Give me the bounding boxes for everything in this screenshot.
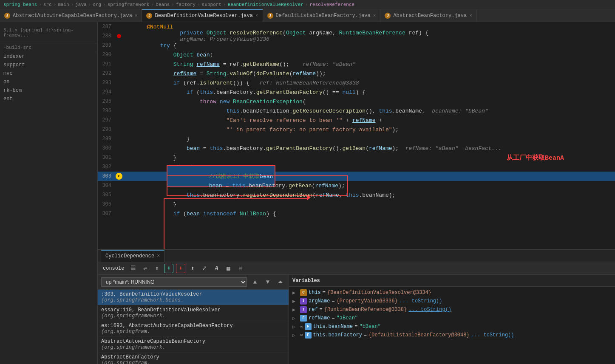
tab-abstract-autowire[interactable]: J AbstractAutowireCapableBeanFactory.jav… — [0, 9, 142, 22]
stack-frame-3[interactable]: AbstractAutowireCapableBeanFactory (org.… — [98, 337, 289, 353]
editor-area: 287 @NotNull 288 private Object resolveR… — [98, 22, 615, 364]
code-line-300: 300 bean = this.beanFactory.getParentBea… — [98, 144, 615, 153]
bottom-content: up *main*: RUNNING ▲ ▼ ⏶ :303, BeanDefin… — [98, 275, 615, 364]
java-file-icon: J — [4, 13, 10, 19]
stack-frame-4[interactable]: AbstractBeanFactory (org.springfram. — [98, 353, 289, 364]
tab-cyclic-label: CyclicDependence — [105, 253, 154, 259]
sidebar-item-indexer[interactable]: indexer — [0, 52, 97, 61]
tab-default-listable[interactable]: J DefaultListableBeanFactory.java × — [263, 9, 381, 22]
tab-label: AbstractBeanFactory.java — [393, 13, 467, 19]
var-ref[interactable]: ▶ I ref = {RuntimeBeanReference@3338} ..… — [289, 305, 615, 314]
code-line-288: 288 private Object resolveReference(Obje… — [98, 31, 615, 41]
sidebar-project-label: 5.1.x [spring] H:\spring-framew... — [0, 22, 97, 43]
debug-thread-selector: up *main*: RUNNING ▲ ▼ ⏶ — [98, 275, 289, 290]
breadcrumb: spring-beans › src › main › java › org ›… — [0, 0, 615, 9]
stack-frame-1[interactable]: essary:110, BeanDefinitionValueResolver … — [98, 305, 289, 321]
main-layout: 5.1.x [spring] H:\spring-framew... -buil… — [0, 22, 615, 364]
toolbar-up2-btn[interactable]: ⬆ — [188, 264, 197, 273]
code-line-297: 297 "Can't resolve reference to bean '" … — [98, 116, 615, 125]
sidebar-build-src: -build-src — [0, 43, 97, 52]
console-label: console — [101, 264, 126, 273]
var-argname[interactable]: ▶ I argName = {PropertyValue@3336} ... t… — [289, 297, 615, 305]
bottom-tabs: CyclicDependence × — [98, 250, 615, 262]
sidebar-item-mvc[interactable]: mvc — [0, 69, 97, 78]
close-icon[interactable]: × — [255, 13, 258, 18]
tab-label: DefaultListableBeanFactory.java — [276, 13, 371, 19]
var-refname[interactable]: ▷ F refName = "aBean" — [289, 314, 615, 322]
variables-list: ▶ C this = {BeanDefinitionValueResolver@… — [289, 287, 615, 364]
java-file-icon: J — [385, 13, 391, 19]
java-file-icon: J — [146, 13, 152, 19]
thread-filter-btn[interactable]: ⏶ — [276, 277, 285, 287]
toolbar-red-down-btn[interactable]: ⬇ — [176, 264, 185, 273]
code-line-292: 292 refName = String.valueOf(doEvaluate(… — [98, 69, 615, 78]
var-this[interactable]: ▶ C this = {BeanDefinitionValueResolver@… — [289, 288, 615, 297]
code-line-298: 298 "' in parent factory: no parent fact… — [98, 125, 615, 134]
sidebar: 5.1.x [spring] H:\spring-framew... -buil… — [0, 22, 98, 364]
code-line-289: 289 try { — [98, 41, 615, 50]
code-line-290: 290 Object bean; — [98, 50, 615, 59]
toolbar-grid-btn[interactable]: ▦ — [224, 264, 233, 273]
close-icon[interactable]: × — [373, 13, 376, 18]
variables-header: Variables — [289, 275, 615, 287]
bottom-toolbar: console ☰ ⇌ ⬆ ⬇ ⬇ ⬆ ⤢ A ▦ ≡ — [98, 262, 615, 275]
debug-left-panel: up *main*: RUNNING ▲ ▼ ⏶ :303, BeanDefin… — [98, 275, 289, 364]
stack-frame-2[interactable]: es:1693, AbstractAutowireCapableBeanFact… — [98, 321, 289, 337]
sidebar-item-rk-bom[interactable]: rk-bom — [0, 86, 97, 95]
code-line-295: 295 throw new BeanCreationException( — [98, 97, 615, 106]
close-cyclic-tab[interactable]: × — [157, 253, 160, 259]
sidebar-item-support[interactable]: support — [0, 61, 97, 69]
toolbar-up-btn[interactable]: ⬆ — [152, 264, 162, 273]
code-line-306: 306 } — [98, 200, 615, 209]
close-icon[interactable]: × — [469, 13, 472, 18]
code-line-291: 291 String refName = ref.getBeanName(); … — [98, 59, 615, 69]
thread-down-btn[interactable]: ▼ — [263, 277, 272, 287]
debug-arrow-303: ➤ — [116, 173, 122, 180]
toolbar-lines-btn[interactable]: ≡ — [235, 264, 245, 273]
toolbar-download-btn[interactable]: ⬇ — [164, 264, 173, 273]
tab-bar: J AbstractAutowireCapableBeanFactory.jav… — [0, 9, 615, 22]
debug-right-panel: Variables ▶ C this = {BeanDefinitionValu… — [289, 275, 615, 364]
thread-dropdown[interactable]: up *main*: RUNNING — [101, 277, 247, 287]
stack-frames-list: :303, BeanDefinitionValueResolver (org.s… — [98, 290, 289, 364]
code-line-294: 294 if (this.beanFactory.getParentBeanFa… — [98, 87, 615, 97]
code-line-299: 299 } — [98, 134, 615, 144]
tab-label: BeanDefinitionValueResolver.java — [155, 13, 252, 19]
toolbar-menu-btn[interactable]: ☰ — [128, 264, 138, 273]
code-line-307: 307 if (bean instanceof NullBean) { — [98, 209, 615, 218]
toolbar-a-btn[interactable]: A — [212, 264, 221, 273]
tab-bean-def-resolver[interactable]: J BeanDefinitionValueResolver.java × — [142, 9, 263, 22]
var-beanname[interactable]: ▷ ∞ F this.beanName = "bBean" — [289, 322, 615, 331]
bottom-panel: CyclicDependence × console ☰ ⇌ ⬆ ⬇ ⬇ ⬆ ⤢… — [98, 249, 615, 364]
thread-up-btn[interactable]: ▲ — [250, 277, 260, 287]
breadcrumb-project[interactable]: spring-beans — [3, 2, 37, 7]
code-line-296: 296 this.beanDefinition.getResourceDescr… — [98, 106, 615, 116]
java-file-icon: J — [267, 13, 273, 19]
sidebar-item-on[interactable]: on — [0, 78, 97, 86]
code-line-305: 305 this.beanFactory.registerDependentBe… — [98, 190, 615, 200]
toolbar-expand-btn[interactable]: ⤢ — [200, 264, 209, 273]
tab-cyclic-dependence[interactable]: CyclicDependence × — [101, 250, 164, 262]
close-icon[interactable]: × — [135, 13, 138, 18]
sidebar-item-ent[interactable]: ent — [0, 95, 97, 103]
code-line-293: 293 if (ref.isToParent()) { ref: Runtime… — [98, 78, 615, 87]
tab-abstract-bean[interactable]: J AbstractBeanFactory.java × — [380, 9, 476, 22]
tab-label: AbstractAutowireCapableBeanFactory.java — [13, 13, 132, 19]
toolbar-align-btn[interactable]: ⇌ — [140, 264, 150, 273]
code-line-304: 304 bean = this.beanFactory.getBean(refN… — [98, 181, 615, 190]
stack-frame-0[interactable]: :303, BeanDefinitionValueResolver (org.s… — [98, 290, 289, 305]
breakpoint-288[interactable] — [117, 34, 121, 38]
var-beanfactory[interactable]: ▷ ∞ F this.beanFactory = {DefaultListabl… — [289, 331, 615, 339]
